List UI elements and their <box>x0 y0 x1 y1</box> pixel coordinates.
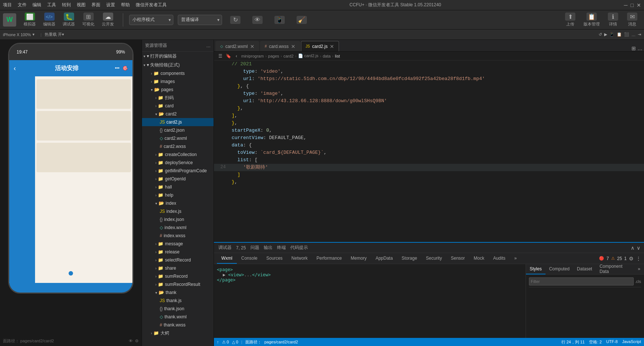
breadcrumb-list[interactable]: list <box>335 54 340 58</box>
fold-all-icon[interactable]: ☰ <box>217 53 224 59</box>
devtools-tab-sensor[interactable]: Sensor <box>446 253 469 264</box>
folder-help[interactable]: 📁 help <box>142 191 214 199</box>
close-tab-card-wxss[interactable]: ✕ <box>291 44 295 49</box>
folder-bigarea[interactable]: 📁 大鳄 <box>142 329 214 337</box>
devtools-tab-sources[interactable]: Sources <box>262 253 287 264</box>
screenshot-icon[interactable]: 📋 <box>617 32 622 37</box>
minimize-button[interactable]: ─ <box>624 2 628 8</box>
folder-release[interactable]: 📁 release <box>142 248 214 256</box>
file-thank-js[interactable]: JS thank.js <box>142 297 214 305</box>
devtools-tab-more[interactable]: » <box>510 253 521 264</box>
phone-target-icon[interactable]: 🎯 <box>122 66 128 71</box>
devtools-settings-icon[interactable]: ⚙ <box>629 256 634 262</box>
fullscreen-icon[interactable]: ⬛ <box>624 32 629 37</box>
devtools-collapse-up[interactable]: ∧ <box>630 245 635 251</box>
file-card2-json[interactable]: {} card2.json <box>142 126 214 134</box>
menu-item-edit[interactable]: 编辑 <box>32 2 41 8</box>
menu-item-interface[interactable]: 界面 <box>91 2 100 8</box>
devtools-tab-appdata[interactable]: AppData <box>371 253 397 264</box>
folder-hall[interactable]: 📁 hall <box>142 183 214 191</box>
more-icon[interactable]: … <box>631 32 636 37</box>
folder-card2[interactable]: 📂 card2 <box>142 110 214 118</box>
devtools-tab-memory[interactable]: Memory <box>346 253 371 264</box>
devtools-tab-console[interactable]: Console <box>237 253 262 264</box>
filter-cls-label[interactable]: .cls <box>635 279 641 284</box>
more-tabs-icon[interactable]: … <box>637 45 643 51</box>
realdevice-button[interactable]: 📱 <box>271 14 288 25</box>
file-card2-js[interactable]: JS card2.js <box>142 118 214 126</box>
close-tab-card2-wxml[interactable]: ✕ <box>250 44 255 49</box>
refresh-button[interactable]: ↻ <box>226 14 244 25</box>
devtools-tab-computed[interactable]: Computed <box>546 264 573 274</box>
devtools-collapse-down[interactable]: ∨ <box>636 245 641 251</box>
file-thank-json[interactable]: {} thank.json <box>142 305 214 313</box>
visual-button[interactable]: ⊞ 可视化 <box>79 11 97 28</box>
menu-item-settings[interactable]: 设置 <box>106 2 115 8</box>
upload-button[interactable]: ⬆ 上传 <box>561 11 579 28</box>
bookmark-icon[interactable]: 🔖 <box>225 53 232 59</box>
devtools-tab-mock[interactable]: Mock <box>469 253 489 264</box>
file-thank-wxss[interactable]: # thank.wxss <box>142 321 214 329</box>
folder-sumrecord[interactable]: 📁 sumRecord <box>142 272 214 280</box>
devtools-tab-styles[interactable]: Styles <box>526 264 546 274</box>
menu-item-file[interactable]: 文件 <box>18 2 27 8</box>
filter-input[interactable] <box>529 277 634 286</box>
eye-icon[interactable]: 👁 <box>129 339 133 343</box>
folder-createcollection[interactable]: 📁 createCollection <box>142 150 214 159</box>
folder-sumrecordresult[interactable]: 📁 sumRecordResult <box>142 280 214 288</box>
folder-thank[interactable]: 📂 thank <box>142 288 214 297</box>
section-lost[interactable]: ▾ 失物招领(正式) <box>142 60 214 69</box>
message-button[interactable]: ✉ 消息 <box>623 11 641 28</box>
filetree-new-file-icon[interactable]: … <box>206 43 211 48</box>
file-index-js[interactable]: JS index.js <box>142 207 214 215</box>
menu-item-view[interactable]: 视图 <box>77 2 86 8</box>
devtools-tab-performance[interactable]: Performance <box>312 253 346 264</box>
devtools-tab-output[interactable]: 输出 <box>262 245 274 251</box>
version-manager-button[interactable]: 📋 版本管理 <box>581 11 603 28</box>
back-nav-icon[interactable]: ‹ <box>233 53 240 59</box>
folder-pages[interactable]: 📂 pages <box>142 86 214 94</box>
hotreload-toggle[interactable]: 热重载 开▾ <box>45 32 64 37</box>
tab-card2-wxml[interactable]: ◇ card2.wxml ✕ <box>215 41 259 51</box>
breadcrumb-data[interactable]: data <box>323 54 330 58</box>
devtools-tab-security[interactable]: Security <box>422 253 446 264</box>
menu-item-goto[interactable]: 转到 <box>62 2 71 8</box>
rotate-icon[interactable]: ↺ <box>599 32 602 37</box>
phone-icon[interactable]: 📱 <box>609 32 614 37</box>
devtools-tab-storage[interactable]: Storage <box>397 253 422 264</box>
devtools-tab-terminal[interactable]: 终端 <box>276 245 287 251</box>
folder-deployservice[interactable]: 📁 deployService <box>142 159 214 167</box>
folder-card[interactable]: 📁 card <box>142 102 214 110</box>
breadcrumb-card2[interactable]: card2 <box>283 54 294 58</box>
file-card2-wxml[interactable]: ◇ card2.wxml <box>142 134 214 142</box>
editor-button[interactable]: </> 编辑器 <box>40 11 58 28</box>
devtools-tab-wxml[interactable]: Wxml <box>217 253 237 264</box>
folder-images[interactable]: 📁 images <box>142 77 214 86</box>
expand-icon[interactable]: ⇥ <box>638 32 641 37</box>
menu-item-project[interactable]: 项目 <box>3 2 12 8</box>
details-button[interactable]: ℹ 详情 <box>604 11 622 28</box>
devtools-tab-network[interactable]: Network <box>287 253 312 264</box>
tab-card-wxss[interactable]: # card.wxss ✕ <box>260 41 300 51</box>
devtools-html-content[interactable]: <page> ▶ <view>...</view> </page> <box>214 264 526 338</box>
close-button[interactable]: ✕ <box>637 2 641 8</box>
devtools-tab-issues[interactable]: 问题 <box>249 245 261 251</box>
menu-item-wechat-devtools[interactable]: 微信开发者工具 <box>136 2 167 8</box>
folder-selectrecord[interactable]: 📁 selectRecord <box>142 256 214 264</box>
file-index-json[interactable]: {} index.json <box>142 215 214 224</box>
clean-button[interactable]: 🧹 <box>293 14 311 25</box>
devtools-tab-dataset[interactable]: Dataset <box>573 264 596 274</box>
simulator-button[interactable]: ⬜ 模拟器 <box>21 11 39 28</box>
settings-footer-icon[interactable]: ⚙ <box>135 339 139 343</box>
folder-scan[interactable]: 📁 扫码 <box>142 94 214 102</box>
cloud-button[interactable]: ☁ 云开发 <box>99 11 117 28</box>
phone-scale-dropdown[interactable]: ▾ <box>32 32 35 37</box>
menu-item-tools[interactable]: 工具 <box>47 2 56 8</box>
devtools-tab-codesuggest[interactable]: 代码提示 <box>289 245 309 251</box>
devtools-more-icon[interactable]: ⋮ <box>636 256 641 262</box>
folder-getopenid[interactable]: 📁 getOpenId <box>142 175 214 183</box>
file-thank-wxml[interactable]: ◇ thank.wxml <box>142 313 214 321</box>
preview-button[interactable]: 👁 <box>249 14 266 25</box>
breadcrumb-file[interactable]: 📄 card2.js <box>298 53 319 58</box>
devtools-tab-more-right[interactable]: » <box>634 264 644 274</box>
